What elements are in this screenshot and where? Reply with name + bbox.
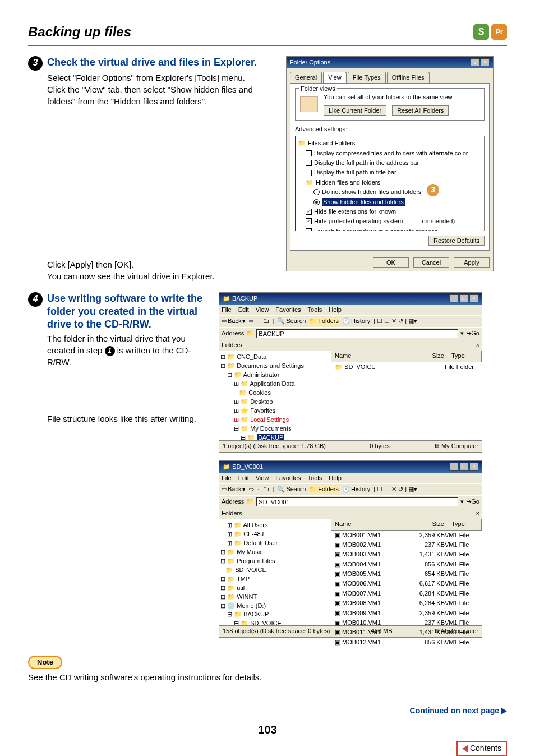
explorer-backup-window: 📁 BACKUP _ □ × File Edit View Favorites … <box>219 292 482 453</box>
menu-file[interactable]: File <box>222 306 232 314</box>
step-4-badge: 4 <box>28 292 43 307</box>
menu-view[interactable]: View <box>256 306 269 314</box>
note-badge: Note <box>28 656 62 669</box>
step-3-heading: Check the virtual drive and files in Exp… <box>47 56 257 69</box>
note-text: See the CD writing software's operating … <box>28 671 507 683</box>
apply-button[interactable]: Apply <box>454 257 490 268</box>
step-3-body3: Click [Apply] then [OK]. <box>47 259 275 270</box>
tree-root: Files and Folders <box>308 139 355 147</box>
list-item[interactable]: ▣ MOB004.VM1856 KBVM1 File <box>331 560 482 569</box>
maximize-button[interactable]: □ <box>459 463 468 471</box>
close-button[interactable]: × <box>469 294 478 302</box>
status-mid: 0 bytes <box>370 442 389 450</box>
close-folders-pane[interactable]: × <box>476 341 479 349</box>
list-item[interactable]: ▣ MOB008.VM16,284 KBVM1 File <box>331 598 482 608</box>
header-icons: S Pr <box>473 24 507 40</box>
tab-view[interactable]: View <box>323 72 347 83</box>
page-title: Backing up files <box>28 22 131 42</box>
opt-donot-show[interactable]: Do not show hidden files and folders <box>322 188 421 196</box>
folders-button[interactable]: 📁Folders <box>309 317 339 325</box>
dialog-tabs: General View File Types Offline Files <box>287 68 493 83</box>
step-3-body2: Click the "View" tab, then select "Show … <box>47 84 275 107</box>
tab-general[interactable]: General <box>290 72 322 83</box>
page-number: 103 <box>28 722 507 737</box>
maximize-button[interactable]: □ <box>459 294 468 302</box>
list-item[interactable]: ▣ MOB012.VM1856 KBVM1 File <box>331 638 482 647</box>
folder-views-label: Folder views <box>299 85 337 93</box>
list-item[interactable]: ▣ MOB010.VM1237 KBVM1 File <box>331 618 482 628</box>
menu-favorites[interactable]: Favorites <box>275 306 301 314</box>
folder-icon <box>300 96 318 112</box>
list-item[interactable]: ▣ MOB002.VM1237 KBVM1 File <box>331 540 482 550</box>
step-4-body2: File structure looks like this after wri… <box>47 413 207 425</box>
ok-button[interactable]: OK <box>373 257 409 268</box>
help-button[interactable]: ? <box>471 58 479 66</box>
list-item[interactable]: ▣ MOB001.VM12,359 KBVM1 File <box>331 531 482 540</box>
opt-hidden-group: Hidden files and folders <box>316 178 380 187</box>
list-item[interactable]: 📁 SD_VOICE File Folder <box>331 362 482 372</box>
folder-views-text: You can set all of your folders to the s… <box>324 93 479 102</box>
list-item[interactable]: ▣ MOB007.VM16,284 KBVM1 File <box>331 589 482 598</box>
contents-button[interactable]: Contents <box>456 741 507 756</box>
opt-path-title[interactable]: Display the full path in title bar <box>314 168 396 177</box>
tab-offline[interactable]: Offline Files <box>387 72 430 83</box>
mode-pr-icon: Pr <box>491 24 507 40</box>
explorer2-title: 📁 SD_VC001 <box>223 463 263 471</box>
like-current-folder-button[interactable]: Like Current Folder <box>324 105 386 116</box>
folders-pane-label: Folders <box>222 341 242 349</box>
arrow-right-icon <box>501 708 507 714</box>
forward-button[interactable]: ⇨ <box>249 317 254 325</box>
opt-path-address[interactable]: Display the full path in the address bar <box>314 159 419 167</box>
page-header: Backing up files S Pr <box>28 22 507 46</box>
advanced-settings-list[interactable]: 📁Files and Folders Display compressed fi… <box>295 136 485 231</box>
step-3-body4: You can now see the virtual drive in Exp… <box>47 270 275 282</box>
col-size[interactable]: Size <box>414 351 448 361</box>
dialog-titlebar: Folder Options ? × <box>287 57 493 68</box>
history-button[interactable]: 🕓History <box>342 317 370 325</box>
folder-tree[interactable]: ⊞ 📁 All Users ⊞ 📁 CF-48J ⊞ 📁 Default Use… <box>219 519 331 625</box>
opt-show-hidden[interactable]: Show hidden files and folders <box>322 198 405 206</box>
close-button[interactable]: × <box>481 58 490 66</box>
cancel-button[interactable]: Cancel <box>413 257 449 268</box>
explorer-sdvc001-window: 📁 SD_VC001 _ □ × File Edit View Favorite… <box>219 460 482 638</box>
step-3-body1: Select "Folder Options" from Explorer's … <box>47 72 275 84</box>
callout-3-icon: 3 <box>427 184 439 196</box>
opt-hide-protected[interactable]: Hide protected operating system <box>314 217 403 225</box>
list-item[interactable]: ▣ MOB005.VM1654 KBVM1 File <box>331 569 482 579</box>
address-input[interactable] <box>256 497 458 506</box>
menu-edit[interactable]: Edit <box>238 306 249 314</box>
tab-filetypes[interactable]: File Types <box>348 72 386 83</box>
opt-alt-color[interactable]: Display compressed files and folders wit… <box>314 149 468 158</box>
explorer1-title: 📁 BACKUP <box>223 294 257 303</box>
folder-options-dialog: Folder Options ? × General View File Typ… <box>286 56 494 272</box>
address-label: Address <box>222 329 244 338</box>
go-button[interactable]: ↪Go <box>466 329 479 338</box>
reset-all-folders-button[interactable]: Reset All Folders <box>392 105 449 116</box>
close-button[interactable]: × <box>469 463 478 471</box>
status-right: 🖥 My Computer <box>433 442 478 450</box>
restore-defaults-button[interactable]: Restore Defaults <box>428 236 485 246</box>
menubar: File Edit View Favorites Tools Help <box>219 305 482 315</box>
step-4-heading: Use writing software to write the folder… <box>47 292 207 331</box>
address-input[interactable] <box>256 329 458 338</box>
col-type[interactable]: Type <box>448 351 482 361</box>
status-left: 1 object(s) (Disk free space: 1.78 GB) <box>223 442 326 450</box>
menu-help[interactable]: Help <box>329 306 342 314</box>
opt-separate-process[interactable]: Launch folder windows in a separate proc… <box>314 227 437 231</box>
list-item[interactable]: ▣ MOB003.VM11,431 KBVM1 File <box>331 550 482 559</box>
list-item[interactable]: ▣ MOB006.VM16,617 KBVM1 File <box>331 579 482 588</box>
toolbar: ⇦ Back ▾ ⇨ ·🗀| 🔍Search 📁Folders 🕓History… <box>219 315 482 326</box>
folder-tree[interactable]: ⊞ 📁 CNC_Data ⊟ 📁 Documents and Settings … <box>219 351 331 440</box>
step-1-ref-icon: 1 <box>105 346 115 356</box>
menu-tools[interactable]: Tools <box>308 306 322 314</box>
step-3-badge: 3 <box>28 56 43 71</box>
minimize-button[interactable]: _ <box>449 463 458 471</box>
note-section: Note See the CD writing software's opera… <box>28 656 507 683</box>
mode-s-icon: S <box>473 24 489 40</box>
search-button[interactable]: 🔍Search <box>277 317 306 325</box>
col-name[interactable]: Name <box>331 351 414 361</box>
list-item[interactable]: ▣ MOB009.VM12,359 KBVM1 File <box>331 609 482 618</box>
opt-hide-ext[interactable]: Hide file extensions for known <box>314 208 396 216</box>
minimize-button[interactable]: _ <box>449 294 458 302</box>
back-button[interactable]: ⇦ Back ▾ <box>222 317 246 325</box>
